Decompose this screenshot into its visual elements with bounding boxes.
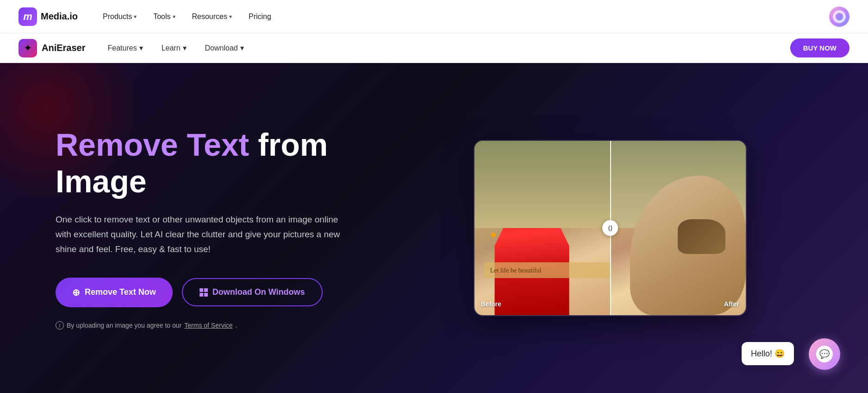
hero-content: Remove Text from Image One click to remo… <box>56 127 407 329</box>
buy-now-button[interactable]: BUY NOW <box>790 38 849 57</box>
chat-icon: 💬 <box>816 346 833 362</box>
comparison-inner: Let life be beautiful ⟨⟩ Before <box>475 141 746 315</box>
before-image: Let life be beautiful <box>475 141 610 315</box>
avatar[interactable] <box>829 6 849 27</box>
dot-indicator <box>491 233 496 237</box>
hero-title-image: Image <box>56 164 147 199</box>
chevron-down-icon: ▾ <box>139 44 143 52</box>
terms-line: i By uploading an image you agree to our… <box>56 321 407 330</box>
logo-link[interactable]: m Media.io <box>19 7 78 26</box>
after-image <box>610 141 746 315</box>
chat-hello-bubble: Hello! 😄 <box>742 342 794 365</box>
chevron-down-icon: ▾ <box>229 13 232 20</box>
top-navigation: m Media.io Products ▾ Tools ▾ Resources … <box>0 0 868 33</box>
hero-title: Remove Text from Image <box>56 127 407 199</box>
sec-nav-features[interactable]: Features ▾ <box>100 40 151 56</box>
hero-title-from: from <box>249 127 328 162</box>
top-nav-links: Products ▾ Tools ▾ Resources ▾ Pricing <box>96 9 463 25</box>
sec-nav-learn[interactable]: Learn ▾ <box>153 40 195 56</box>
hero-title-purple: Remove Text <box>56 127 249 162</box>
remove-text-now-button[interactable]: ⊕ Remove Text Now <box>56 278 173 307</box>
avatar-inner <box>833 10 846 23</box>
before-label: Before <box>481 300 501 308</box>
nav-item-tools[interactable]: Tools ▾ <box>147 9 181 25</box>
overlay-text: Let life be beautiful <box>490 267 542 274</box>
secondary-navigation: ✦ AniEraser Features ▾ Learn ▾ Download … <box>0 33 868 63</box>
hero-buttons: ⊕ Remove Text Now Download On Windows <box>56 278 407 307</box>
after-label: After <box>724 300 739 308</box>
info-icon: i <box>56 321 64 330</box>
anieraser-icon: ✦ <box>19 39 37 57</box>
sec-nav-download[interactable]: Download ▾ <box>197 40 252 56</box>
chevron-down-icon: ▾ <box>134 13 137 20</box>
chevron-down-icon: ▾ <box>173 13 175 20</box>
anieraser-brand: ✦ AniEraser <box>19 39 86 57</box>
nav-item-pricing[interactable]: Pricing <box>242 9 278 25</box>
download-windows-button[interactable]: Download On Windows <box>182 278 323 306</box>
chevron-down-icon: ▾ <box>240 44 244 52</box>
comparison-card: Let life be beautiful ⟨⟩ Before <box>474 140 747 316</box>
anieraser-label: AniEraser <box>42 43 86 53</box>
nav-item-resources[interactable]: Resources ▾ <box>186 9 238 25</box>
chat-button[interactable]: 💬 <box>809 338 840 370</box>
nav-item-products[interactable]: Products ▾ <box>96 9 143 25</box>
hero-section: Remove Text from Image One click to remo… <box>0 63 868 393</box>
sec-nav-links: Features ▾ Learn ▾ Download ▾ <box>100 40 252 56</box>
windows-icon <box>200 288 208 297</box>
chat-emoji-icon: 💬 <box>819 349 830 359</box>
logo-text: Media.io <box>41 11 78 22</box>
chevron-down-icon: ▾ <box>183 44 187 52</box>
comparison-handle[interactable]: ⟨⟩ <box>602 220 618 236</box>
chat-hello-text: Hello! 😄 <box>751 349 785 359</box>
hero-description: One click to remove text or other unwant… <box>56 212 343 257</box>
avatar-figure <box>836 13 843 20</box>
logo-icon: m <box>19 7 37 26</box>
hero-image: Let life be beautiful ⟨⟩ Before <box>407 140 812 316</box>
text-overlay: Let life be beautiful <box>484 262 610 278</box>
terms-of-service-link[interactable]: Terms of Service <box>184 322 232 329</box>
upload-icon: ⊕ <box>72 287 80 298</box>
